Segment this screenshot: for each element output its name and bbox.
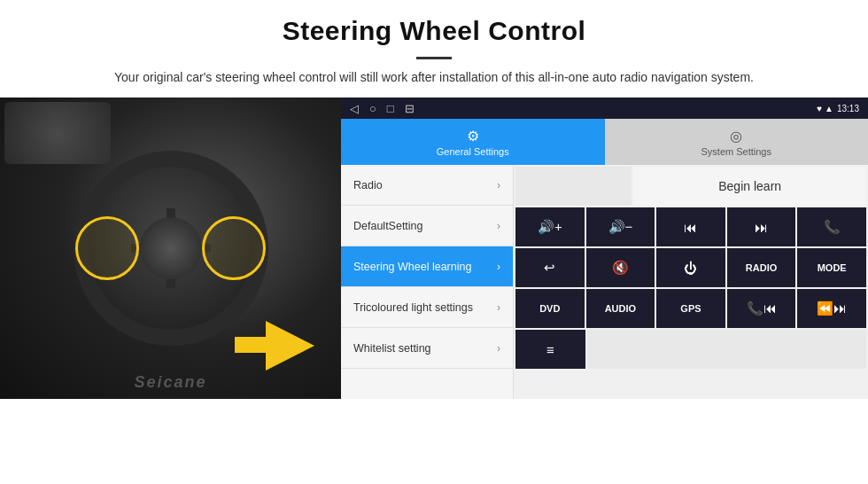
menu-item-steering-wheel[interactable]: Steering Wheel learning › (341, 246, 513, 287)
page-title: Steering Wheel Control (0, 0, 868, 51)
power-button[interactable]: ⏻ (656, 248, 725, 287)
tab-system-settings[interactable]: ◎ System Settings (605, 119, 869, 165)
nav-icons: ◁ ○ □ ⊟ (350, 102, 415, 115)
list-icon-button[interactable]: ≡ (515, 330, 585, 369)
skip-fwd-button[interactable]: ⏪⏭ (797, 289, 866, 328)
menu-item-default-setting[interactable]: DefaultSetting › (341, 206, 513, 246)
menu-item-whitelist[interactable]: Whitelist setting › (341, 328, 513, 369)
row-1: Begin learn (515, 167, 866, 206)
android-statusbar: ◁ ○ □ ⊟ ♥ ▲ 13:13 (341, 98, 868, 119)
menu-item-tricoloured[interactable]: Tricoloured light settings › (341, 287, 513, 328)
highlight-circle-right (202, 216, 266, 280)
menu-arrow-radio: › (497, 179, 500, 191)
steering-wheel-hub (140, 217, 202, 279)
steering-wheel-bg: Seicane (0, 98, 341, 399)
back-icon[interactable]: ◁ (350, 102, 359, 115)
menu-arrow-default: › (497, 220, 500, 232)
menu-default-label: DefaultSetting (353, 220, 423, 232)
mode-button[interactable]: MODE (797, 248, 866, 287)
home-icon[interactable]: ○ (369, 102, 376, 115)
menu-radio-label: Radio (353, 179, 383, 191)
general-settings-icon: ⚙ (467, 128, 479, 144)
audio-button[interactable]: AUDIO (586, 289, 655, 328)
signal-icon: ♥ ▲ (817, 104, 833, 113)
menu-arrow-steering: › (497, 261, 500, 273)
system-settings-icon: ◎ (730, 128, 742, 144)
begin-learn-button[interactable]: Begin learn (633, 167, 866, 206)
recents-icon[interactable]: □ (387, 102, 394, 115)
main-content: Seicane ◁ ○ □ ⊟ ♥ ▲ 13:13 ⚙ General Sett… (0, 98, 868, 399)
arrow-head (266, 321, 314, 371)
tab-system-label: System Settings (701, 146, 771, 157)
row-2: 🔊+ 🔊− ⏮ ⏭ 📞 (515, 207, 866, 246)
back-call-button[interactable]: ↩ (515, 248, 585, 287)
title-divider (416, 57, 452, 59)
row-5: ≡ (515, 330, 866, 369)
tab-general-settings[interactable]: ⚙ General Settings (341, 119, 605, 165)
gps-button[interactable]: GPS (656, 289, 725, 328)
content-panel: Begin learn 🔊+ 🔊− ⏮ ⏭ 📞 ↩ 🔇 ⏻ RADIO MODE (514, 165, 868, 399)
menu-icon[interactable]: ⊟ (405, 102, 415, 115)
prev-button[interactable]: ⏮ (656, 207, 725, 246)
dvd-button[interactable]: DVD (515, 289, 585, 328)
tab-general-label: General Settings (437, 146, 509, 157)
dashboard-bg (4, 102, 111, 164)
watermark: Seicane (134, 373, 206, 392)
clock: 13:13 (837, 104, 859, 113)
spacer-5 (587, 330, 866, 369)
next-button[interactable]: ⏭ (727, 207, 796, 246)
spacer-1 (515, 167, 632, 206)
steering-wheel-area: Seicane (0, 98, 341, 399)
radio-button[interactable]: RADIO (727, 248, 796, 287)
menu-item-radio[interactable]: Radio › (341, 165, 513, 206)
menu-area: Radio › DefaultSetting › Steering Wheel … (341, 165, 868, 399)
menu-steering-label: Steering Wheel learning (353, 261, 471, 273)
menu-list: Radio › DefaultSetting › Steering Wheel … (341, 165, 514, 399)
menu-tricoloured-label: Tricoloured light settings (353, 301, 473, 314)
android-ui: ◁ ○ □ ⊟ ♥ ▲ 13:13 ⚙ General Settings ◎ S… (341, 98, 868, 399)
phone-button[interactable]: 📞 (797, 207, 866, 246)
menu-arrow-whitelist: › (497, 342, 500, 355)
vol-down-button[interactable]: 🔊− (586, 207, 655, 246)
tab-bar: ⚙ General Settings ◎ System Settings (341, 119, 868, 165)
row-4: DVD AUDIO GPS 📞⏮ ⏪⏭ (515, 289, 866, 328)
mute-button[interactable]: 🔇 (586, 248, 655, 287)
row-3: ↩ 🔇 ⏻ RADIO MODE (515, 248, 866, 287)
vol-up-button[interactable]: 🔊+ (515, 207, 585, 246)
highlight-circle-left (75, 216, 139, 280)
menu-whitelist-label: Whitelist setting (353, 342, 431, 355)
subtitle: Your original car's steering wheel contr… (0, 68, 868, 87)
arrow-indicator (235, 319, 314, 372)
status-icons: ♥ ▲ 13:13 (817, 104, 859, 113)
phone-prev-button[interactable]: 📞⏮ (727, 289, 796, 328)
menu-arrow-tricoloured: › (497, 301, 500, 314)
